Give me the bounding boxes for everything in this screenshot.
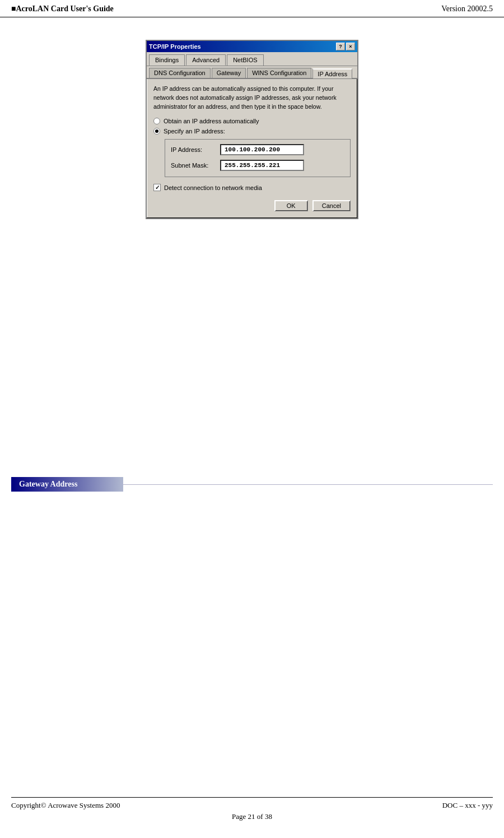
- subnet-mask-row: Subnet Mask:: [171, 160, 344, 171]
- tabs-top-row: Bindings Advanced NetBIOS: [147, 52, 357, 66]
- tab-netbios[interactable]: NetBIOS: [227, 54, 263, 66]
- section-heading-bar: Gateway Address: [11, 477, 123, 492]
- detect-checkbox[interactable]: ✓: [153, 184, 161, 191]
- section-heading-gateway: Gateway Address: [11, 477, 493, 492]
- dialog-container: TCP/IP Properties ? × Bindings Advanced …: [146, 40, 358, 219]
- subnet-mask-input[interactable]: [220, 160, 304, 171]
- titlebar-buttons: ? ×: [336, 43, 355, 50]
- radio-group: Obtain an IP address automatically Speci…: [153, 118, 351, 135]
- tab-wins-configuration[interactable]: WINS Configuration: [247, 68, 311, 78]
- radio-auto-label: Obtain an IP address automatically: [164, 118, 259, 124]
- radio-auto-row: Obtain an IP address automatically: [153, 118, 351, 124]
- tcp-ip-dialog: TCP/IP Properties ? × Bindings Advanced …: [146, 40, 358, 219]
- info-text: An IP address can be automatically assig…: [153, 85, 351, 111]
- radio-specify-row: Specify an IP address:: [153, 128, 351, 135]
- main-content: TCP/IP Properties ? × Bindings Advanced …: [0, 17, 504, 492]
- ip-address-row: IP Address:: [171, 144, 344, 155]
- detect-checkbox-row: ✓ Detect connection to network media: [153, 184, 351, 191]
- radio-auto[interactable]: [153, 118, 160, 124]
- tab-dns-configuration[interactable]: DNS Configuration: [149, 68, 211, 78]
- dialog-footer: OK Cancel: [153, 198, 351, 211]
- tab-bindings[interactable]: Bindings: [149, 54, 185, 66]
- ok-button[interactable]: OK: [274, 200, 308, 211]
- ip-address-label: IP Address:: [171, 146, 216, 153]
- radio-specify[interactable]: [153, 128, 160, 135]
- page-footer: Copyright© Acrowave Systems 2000 DOC – x…: [11, 797, 493, 821]
- tabs-bottom-row: DNS Configuration Gateway WINS Configura…: [147, 66, 357, 79]
- section-heading-line: [123, 484, 493, 485]
- dialog-body: An IP address can be automatically assig…: [147, 79, 357, 218]
- tab-ip-address[interactable]: IP Address: [312, 68, 352, 78]
- radio-specify-label: Specify an IP address:: [164, 128, 225, 135]
- help-button[interactable]: ?: [336, 43, 345, 50]
- footer-page-info: Page 21 of 38: [11, 812, 493, 821]
- page-title: ■AcroLAN Card User's Guide: [11, 4, 114, 13]
- page-header: ■AcroLAN Card User's Guide Version 20002…: [0, 0, 504, 17]
- footer-row: Copyright© Acrowave Systems 2000 DOC – x…: [11, 801, 493, 810]
- footer-doc-ref: DOC – xxx - yyy: [442, 801, 493, 810]
- dialog-titlebar: TCP/IP Properties ? ×: [147, 41, 357, 52]
- page-version: Version 20002.5: [441, 4, 493, 13]
- ip-address-input[interactable]: [220, 144, 304, 155]
- dialog-title: TCP/IP Properties: [149, 43, 201, 50]
- tab-gateway[interactable]: Gateway: [212, 68, 246, 78]
- cancel-button[interactable]: Cancel: [312, 200, 351, 211]
- detect-checkbox-label: Detect connection to network media: [164, 184, 262, 191]
- footer-copyright: Copyright© Acrowave Systems 2000: [11, 801, 120, 810]
- footer-divider: [11, 797, 493, 798]
- subnet-mask-label: Subnet Mask:: [171, 162, 216, 169]
- close-button[interactable]: ×: [346, 43, 355, 50]
- tab-advanced[interactable]: Advanced: [186, 54, 226, 66]
- specify-ip-box: IP Address: Subnet Mask:: [165, 139, 351, 177]
